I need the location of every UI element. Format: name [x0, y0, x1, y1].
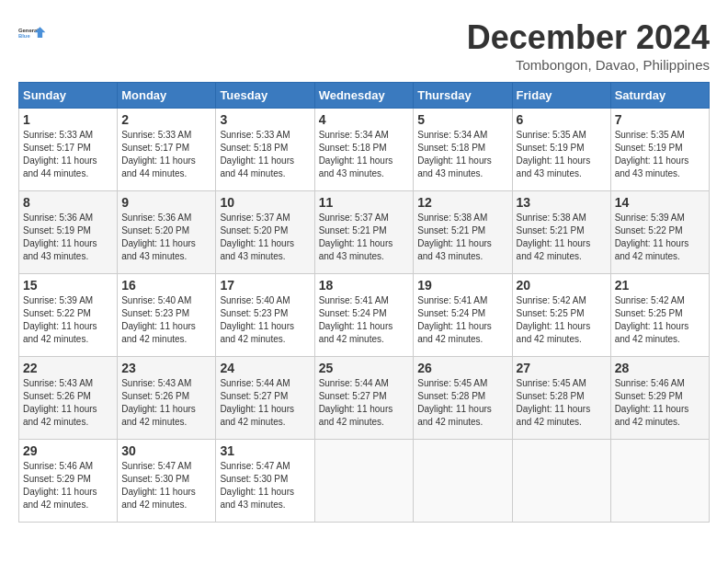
svg-text:Blue: Blue: [18, 33, 30, 39]
col-monday: Monday: [118, 83, 216, 109]
calendar-cell: 5Sunrise: 5:34 AM Sunset: 5:18 PM Daylig…: [414, 109, 512, 191]
location: Tombongon, Davao, Philippines: [467, 57, 710, 73]
day-number: 18: [319, 278, 410, 293]
calendar-week-3: 15Sunrise: 5:39 AM Sunset: 5:22 PM Dayli…: [19, 274, 710, 357]
day-number: 13: [517, 195, 607, 210]
calendar-week-1: 1Sunrise: 5:33 AM Sunset: 5:17 PM Daylig…: [19, 109, 710, 191]
day-number: 30: [121, 443, 211, 458]
day-number: 21: [615, 278, 705, 293]
col-tuesday: Tuesday: [216, 83, 314, 109]
day-info: Sunrise: 5:40 AM Sunset: 5:23 PM Dayligh…: [121, 294, 211, 346]
day-info: Sunrise: 5:43 AM Sunset: 5:26 PM Dayligh…: [121, 377, 211, 429]
day-number: 28: [615, 361, 705, 375]
day-info: Sunrise: 5:34 AM Sunset: 5:18 PM Dayligh…: [319, 129, 410, 180]
calendar-week-5: 29Sunrise: 5:46 AM Sunset: 5:29 PM Dayli…: [19, 440, 710, 523]
day-info: Sunrise: 5:38 AM Sunset: 5:21 PM Dayligh…: [417, 212, 507, 263]
day-info: Sunrise: 5:33 AM Sunset: 5:17 PM Dayligh…: [23, 129, 113, 180]
day-number: 7: [615, 112, 705, 127]
day-info: Sunrise: 5:46 AM Sunset: 5:29 PM Dayligh…: [23, 460, 113, 511]
day-number: 25: [319, 361, 410, 375]
day-number: 4: [319, 112, 410, 127]
day-number: 19: [417, 278, 507, 293]
day-info: Sunrise: 5:45 AM Sunset: 5:28 PM Dayligh…: [517, 377, 607, 429]
calendar-cell: 11Sunrise: 5:37 AM Sunset: 5:21 PM Dayli…: [314, 191, 414, 274]
day-info: Sunrise: 5:42 AM Sunset: 5:25 PM Dayligh…: [615, 294, 705, 346]
calendar-cell: 28Sunrise: 5:46 AM Sunset: 5:29 PM Dayli…: [610, 357, 709, 440]
calendar-cell: 17Sunrise: 5:40 AM Sunset: 5:23 PM Dayli…: [216, 274, 314, 357]
day-number: 11: [319, 195, 410, 210]
calendar-cell: 29Sunrise: 5:46 AM Sunset: 5:29 PM Dayli…: [19, 440, 118, 523]
day-info: Sunrise: 5:44 AM Sunset: 5:27 PM Dayligh…: [220, 377, 310, 429]
day-info: Sunrise: 5:37 AM Sunset: 5:21 PM Dayligh…: [319, 212, 410, 263]
day-info: Sunrise: 5:39 AM Sunset: 5:22 PM Dayligh…: [23, 294, 113, 346]
col-sunday: Sunday: [19, 83, 118, 109]
day-info: Sunrise: 5:47 AM Sunset: 5:30 PM Dayligh…: [121, 460, 211, 511]
calendar-cell: 16Sunrise: 5:40 AM Sunset: 5:23 PM Dayli…: [118, 274, 216, 357]
calendar-cell: 13Sunrise: 5:38 AM Sunset: 5:21 PM Dayli…: [512, 191, 610, 274]
calendar-cell: 26Sunrise: 5:45 AM Sunset: 5:28 PM Dayli…: [414, 357, 512, 440]
calendar-cell: 31Sunrise: 5:47 AM Sunset: 5:30 PM Dayli…: [216, 440, 314, 523]
day-number: 14: [615, 195, 705, 210]
col-thursday: Thursday: [414, 83, 512, 109]
day-number: 9: [121, 195, 211, 210]
calendar-week-2: 8Sunrise: 5:36 AM Sunset: 5:19 PM Daylig…: [19, 191, 710, 274]
day-info: Sunrise: 5:41 AM Sunset: 5:24 PM Dayligh…: [319, 294, 410, 346]
day-info: Sunrise: 5:33 AM Sunset: 5:17 PM Dayligh…: [121, 129, 211, 180]
col-saturday: Saturday: [610, 83, 709, 109]
calendar-cell: [512, 440, 610, 523]
day-number: 8: [23, 195, 113, 210]
day-info: Sunrise: 5:37 AM Sunset: 5:20 PM Dayligh…: [220, 212, 310, 263]
day-number: 22: [23, 361, 113, 375]
day-number: 10: [220, 195, 310, 210]
calendar-cell: 4Sunrise: 5:34 AM Sunset: 5:18 PM Daylig…: [314, 109, 414, 191]
day-info: Sunrise: 5:33 AM Sunset: 5:18 PM Dayligh…: [220, 129, 310, 180]
day-info: Sunrise: 5:42 AM Sunset: 5:25 PM Dayligh…: [517, 294, 607, 346]
calendar-cell: 21Sunrise: 5:42 AM Sunset: 5:25 PM Dayli…: [610, 274, 709, 357]
day-info: Sunrise: 5:34 AM Sunset: 5:18 PM Dayligh…: [417, 129, 507, 180]
logo: GeneralBlue General Blue: [18, 18, 48, 48]
day-number: 31: [220, 443, 310, 458]
day-info: Sunrise: 5:39 AM Sunset: 5:22 PM Dayligh…: [615, 212, 705, 263]
day-info: Sunrise: 5:43 AM Sunset: 5:26 PM Dayligh…: [23, 377, 113, 429]
calendar-cell: 30Sunrise: 5:47 AM Sunset: 5:30 PM Dayli…: [118, 440, 216, 523]
calendar-table: Sunday Monday Tuesday Wednesday Thursday…: [18, 82, 710, 523]
header-row: Sunday Monday Tuesday Wednesday Thursday…: [19, 83, 710, 109]
day-number: 15: [23, 278, 113, 293]
calendar-cell: [414, 440, 512, 523]
page-header: GeneralBlue General Blue December 2024 T…: [18, 18, 710, 73]
day-info: Sunrise: 5:47 AM Sunset: 5:30 PM Dayligh…: [220, 460, 310, 511]
calendar-cell: 2Sunrise: 5:33 AM Sunset: 5:17 PM Daylig…: [118, 109, 216, 191]
day-number: 6: [517, 112, 607, 127]
calendar-week-4: 22Sunrise: 5:43 AM Sunset: 5:26 PM Dayli…: [19, 357, 710, 440]
day-info: Sunrise: 5:35 AM Sunset: 5:19 PM Dayligh…: [517, 129, 607, 180]
day-number: 26: [417, 361, 507, 375]
day-info: Sunrise: 5:35 AM Sunset: 5:19 PM Dayligh…: [615, 129, 705, 180]
day-info: Sunrise: 5:45 AM Sunset: 5:28 PM Dayligh…: [417, 377, 507, 429]
day-info: Sunrise: 5:36 AM Sunset: 5:19 PM Dayligh…: [23, 212, 113, 263]
calendar-cell: 3Sunrise: 5:33 AM Sunset: 5:18 PM Daylig…: [216, 109, 314, 191]
day-number: 12: [417, 195, 507, 210]
calendar-cell: 22Sunrise: 5:43 AM Sunset: 5:26 PM Dayli…: [19, 357, 118, 440]
day-number: 17: [220, 278, 310, 293]
title-block: December 2024 Tombongon, Davao, Philippi…: [467, 18, 710, 73]
col-friday: Friday: [512, 83, 610, 109]
day-info: Sunrise: 5:40 AM Sunset: 5:23 PM Dayligh…: [220, 294, 310, 346]
calendar-cell: 27Sunrise: 5:45 AM Sunset: 5:28 PM Dayli…: [512, 357, 610, 440]
calendar-cell: 18Sunrise: 5:41 AM Sunset: 5:24 PM Dayli…: [314, 274, 414, 357]
day-number: 2: [121, 112, 211, 127]
calendar-cell: 6Sunrise: 5:35 AM Sunset: 5:19 PM Daylig…: [512, 109, 610, 191]
calendar-cell: [610, 440, 709, 523]
calendar-cell: 1Sunrise: 5:33 AM Sunset: 5:17 PM Daylig…: [19, 109, 118, 191]
day-info: Sunrise: 5:44 AM Sunset: 5:27 PM Dayligh…: [319, 377, 410, 429]
calendar-cell: 9Sunrise: 5:36 AM Sunset: 5:20 PM Daylig…: [118, 191, 216, 274]
day-info: Sunrise: 5:46 AM Sunset: 5:29 PM Dayligh…: [615, 377, 705, 429]
calendar-cell: 8Sunrise: 5:36 AM Sunset: 5:19 PM Daylig…: [19, 191, 118, 274]
calendar-cell: 19Sunrise: 5:41 AM Sunset: 5:24 PM Dayli…: [414, 274, 512, 357]
day-number: 20: [517, 278, 607, 293]
day-number: 27: [517, 361, 607, 375]
calendar-cell: 23Sunrise: 5:43 AM Sunset: 5:26 PM Dayli…: [118, 357, 216, 440]
month-title: December 2024: [467, 18, 710, 57]
calendar-cell: 12Sunrise: 5:38 AM Sunset: 5:21 PM Dayli…: [414, 191, 512, 274]
calendar-cell: 24Sunrise: 5:44 AM Sunset: 5:27 PM Dayli…: [216, 357, 314, 440]
calendar-cell: 25Sunrise: 5:44 AM Sunset: 5:27 PM Dayli…: [314, 357, 414, 440]
